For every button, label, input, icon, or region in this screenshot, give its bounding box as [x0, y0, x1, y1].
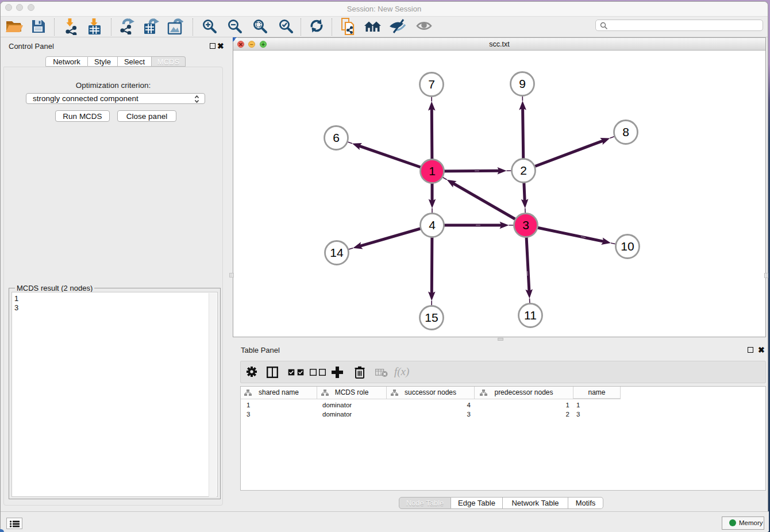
- svg-text:9: 9: [519, 77, 526, 90]
- svg-text:8: 8: [622, 125, 629, 138]
- svg-text:4: 4: [429, 218, 436, 232]
- svg-text:1: 1: [429, 164, 436, 178]
- svg-text:2: 2: [520, 164, 527, 177]
- svg-text:11: 11: [524, 309, 537, 322]
- svg-text:14: 14: [330, 246, 344, 259]
- svg-text:3: 3: [522, 218, 529, 232]
- svg-text:10: 10: [621, 240, 634, 253]
- svg-text:6: 6: [333, 131, 340, 144]
- svg-text:7: 7: [428, 78, 435, 91]
- svg-text:15: 15: [425, 311, 438, 324]
